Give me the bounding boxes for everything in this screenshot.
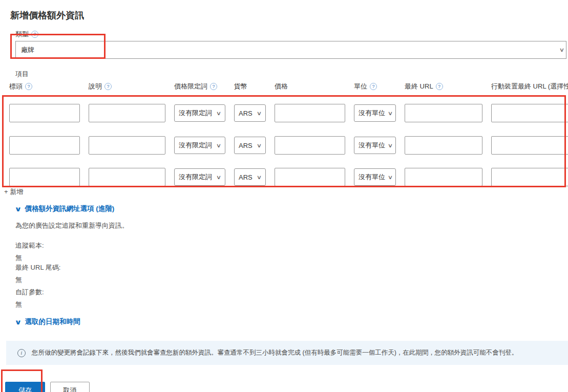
column-header-currency: 貨幣 bbox=[234, 82, 266, 91]
final-url-suffix-field: 最終 URL 尾碼: 無 bbox=[15, 263, 60, 285]
type-select-value: 廠牌 bbox=[21, 46, 34, 55]
unit-select[interactable]: 沒有單位 ∨ bbox=[354, 168, 396, 186]
chevron-down-icon: ∨ bbox=[388, 142, 393, 149]
url-options-toggle-label: 價格額外資訊網址選項 (進階) bbox=[25, 204, 115, 213]
help-icon[interactable]: ? bbox=[31, 31, 38, 38]
chevron-down-icon: ∨ bbox=[257, 142, 262, 149]
type-select[interactable]: 廠牌 ∨ bbox=[15, 41, 566, 59]
column-header-price: 價格 bbox=[275, 82, 345, 91]
price-qualifier-select[interactable]: 沒有限定詞 ∨ bbox=[174, 137, 225, 154]
chevron-down-icon: ∨ bbox=[257, 174, 262, 181]
mobile-final-url-input[interactable] bbox=[491, 104, 568, 122]
price-qualifier-value: 沒有限定詞 bbox=[179, 108, 212, 118]
custom-parameters-label: 自訂參數: bbox=[15, 288, 44, 297]
currency-value: ARS bbox=[239, 173, 253, 181]
tracking-template-value: 無 bbox=[15, 253, 44, 263]
mobile-final-url-input[interactable] bbox=[491, 136, 568, 155]
chevron-down-icon: ∨ bbox=[559, 47, 564, 53]
url-options-toggle[interactable]: ∨ 價格額外資訊網址選項 (進階) bbox=[15, 204, 114, 213]
type-field-label-row: 類型 ? bbox=[15, 30, 38, 39]
unit-value: 沒有單位 bbox=[359, 172, 385, 182]
info-icon: i bbox=[17, 349, 26, 357]
items-column-headers: 標頭 ? 說明 ? 價格限定詞 ? 貨幣 價格 單位 ? 最終 URL ? 行動… bbox=[9, 82, 568, 91]
description-input[interactable] bbox=[89, 168, 165, 186]
tracking-template-field: 追蹤範本: 無 bbox=[15, 241, 44, 263]
chevron-down-icon: ∨ bbox=[216, 142, 221, 149]
chevron-down-icon: ∨ bbox=[388, 110, 393, 117]
add-item-link[interactable]: + 新增 bbox=[4, 187, 23, 197]
price-qualifier-value: 沒有限定詞 bbox=[179, 172, 212, 182]
price-input[interactable] bbox=[275, 104, 345, 122]
price-item-row: 沒有限定詞 ∨ ARS ∨ 沒有單位 ∨ bbox=[9, 104, 568, 122]
header-input[interactable] bbox=[9, 168, 80, 186]
description-input[interactable] bbox=[89, 104, 165, 122]
price-input[interactable] bbox=[275, 168, 345, 186]
final-url-input[interactable] bbox=[405, 168, 482, 186]
unit-value: 沒有單位 bbox=[359, 141, 385, 150]
price-input[interactable] bbox=[275, 136, 345, 155]
review-notice-bar: i 您所做的變更將會記錄下來，然後我們就會審查您新的額外資訊。審查通常不到三小時… bbox=[6, 341, 568, 365]
column-header-price-qualifier: 價格限定詞 ? bbox=[174, 82, 225, 91]
save-button[interactable]: 儲存 bbox=[5, 382, 45, 392]
currency-value: ARS bbox=[239, 110, 253, 117]
header-input[interactable] bbox=[9, 104, 80, 122]
help-icon[interactable]: ? bbox=[104, 83, 112, 90]
description-input[interactable] bbox=[89, 136, 165, 155]
price-qualifier-value: 沒有限定詞 bbox=[179, 141, 212, 150]
url-options-description: 為您的廣告設定追蹤和重新導向資訊。 bbox=[15, 221, 129, 230]
chevron-down-icon: ∨ bbox=[216, 174, 221, 181]
schedule-toggle-label: 選取的日期和時間 bbox=[25, 317, 80, 326]
final-url-input[interactable] bbox=[405, 104, 482, 122]
chevron-down-icon: ∨ bbox=[216, 110, 221, 117]
column-header-header: 標頭 ? bbox=[9, 82, 80, 91]
tracking-template-label: 追蹤範本: bbox=[15, 241, 44, 250]
currency-select[interactable]: ARS ∨ bbox=[234, 104, 266, 122]
unit-select[interactable]: 沒有單位 ∨ bbox=[354, 104, 396, 122]
custom-parameters-value: 無 bbox=[15, 300, 44, 309]
type-label: 類型 bbox=[15, 30, 29, 39]
final-url-suffix-label: 最終 URL 尾碼: bbox=[15, 263, 60, 272]
final-url-suffix-value: 無 bbox=[15, 275, 60, 285]
page-title: 新增價格額外資訊 bbox=[10, 9, 84, 21]
currency-value: ARS bbox=[239, 142, 253, 149]
price-qualifier-select[interactable]: 沒有限定詞 ∨ bbox=[174, 104, 225, 122]
unit-select[interactable]: 沒有單位 ∨ bbox=[354, 137, 396, 154]
currency-select[interactable]: ARS ∨ bbox=[234, 137, 266, 154]
unit-value: 沒有單位 bbox=[359, 108, 385, 118]
column-header-mobile-final-url: 行動裝置最終 URL (選擇性) ? bbox=[491, 82, 568, 91]
help-icon[interactable]: ? bbox=[370, 83, 377, 90]
help-icon[interactable]: ? bbox=[25, 83, 32, 90]
column-header-final-url: 最終 URL ? bbox=[405, 82, 482, 91]
schedule-toggle[interactable]: ∨ 選取的日期和時間 bbox=[15, 317, 80, 326]
chevron-down-icon: ∨ bbox=[388, 174, 393, 181]
chevron-down-icon: ∨ bbox=[14, 318, 22, 326]
price-item-row: 沒有限定詞 ∨ ARS ∨ 沒有單位 ∨ bbox=[9, 136, 568, 155]
price-item-row: 沒有限定詞 ∨ ARS ∨ 沒有單位 ∨ bbox=[9, 168, 568, 186]
items-label: 項目 bbox=[15, 70, 29, 79]
review-notice-text: 您所做的變更將會記錄下來，然後我們就會審查您新的額外資訊。審查通常不到三小時就會… bbox=[32, 349, 518, 357]
price-qualifier-select[interactable]: 沒有限定詞 ∨ bbox=[174, 168, 225, 186]
column-header-description: 說明 ? bbox=[89, 82, 165, 91]
custom-parameters-field: 自訂參數: 無 bbox=[15, 288, 44, 309]
cancel-button[interactable]: 取消 bbox=[50, 382, 90, 392]
mobile-final-url-input[interactable] bbox=[491, 168, 568, 186]
help-icon[interactable]: ? bbox=[210, 83, 217, 90]
add-price-extension-page: 新增價格額外資訊 類型 ? 廠牌 ∨ 項目 標頭 ? 說明 ? 價格限定詞 ? … bbox=[0, 0, 568, 392]
help-icon[interactable]: ? bbox=[436, 83, 443, 90]
currency-select[interactable]: ARS ∨ bbox=[234, 168, 266, 186]
chevron-down-icon: ∨ bbox=[14, 205, 22, 213]
final-url-input[interactable] bbox=[405, 136, 482, 155]
column-header-unit: 單位 ? bbox=[354, 82, 396, 91]
chevron-down-icon: ∨ bbox=[257, 110, 262, 117]
header-input[interactable] bbox=[9, 136, 80, 155]
